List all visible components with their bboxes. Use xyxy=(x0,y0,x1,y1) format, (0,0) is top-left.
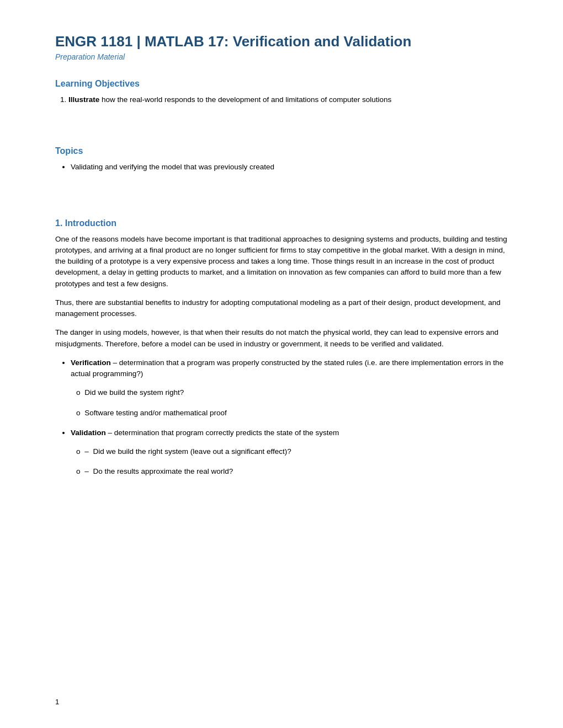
validation-rest: – determination that program correctly p… xyxy=(106,429,339,437)
topic-item-1: Validating and verifying the model that … xyxy=(71,162,508,173)
intro-para-1: One of the reasons models have become im… xyxy=(55,234,508,290)
intro-para-3: The danger in using models, however, is … xyxy=(55,327,508,350)
topics-heading: Topics xyxy=(55,146,508,156)
verification-rest: – determination that a program was prope… xyxy=(71,358,503,378)
objective-item-1: Illustrate how the real-world responds t… xyxy=(68,94,508,105)
validation-sub-1: – Did we build the right system (leave o… xyxy=(71,446,508,457)
objective-bold-1: Illustrate xyxy=(68,95,99,104)
subtitle: Preparation Material xyxy=(55,52,508,61)
topics-list: Validating and verifying the model that … xyxy=(71,162,508,173)
validation-list: Validation – determination that program … xyxy=(71,427,508,438)
page-title: ENGR 1181 | MATLAB 17: Verification and … xyxy=(55,33,508,50)
learning-objectives-heading: Learning Objectives xyxy=(55,79,508,89)
validation-sub-2: – Do the results approximate the real wo… xyxy=(71,466,508,477)
verification-sub-list: Did we build the system right? Software … xyxy=(71,387,508,419)
validation-bold: Validation xyxy=(71,429,106,437)
objectives-list: Illustrate how the real-world responds t… xyxy=(68,94,508,105)
verification-bullet: Verification – determination that a prog… xyxy=(71,357,508,380)
verification-bold: Verification xyxy=(71,358,111,367)
page: ENGR 1181 | MATLAB 17: Verification and … xyxy=(0,0,563,728)
page-number: 1 xyxy=(55,698,59,706)
verification-sub-1: Did we build the system right? xyxy=(71,387,508,398)
verification-sub-2: Software testing and/or mathematical pro… xyxy=(71,408,508,419)
introduction-heading: 1. Introduction xyxy=(55,218,508,228)
dash-icon-2: – xyxy=(84,467,89,475)
objective-rest-1: how the real-world responds to the devel… xyxy=(99,95,391,104)
validation-bullet: Validation – determination that program … xyxy=(71,427,508,438)
intro-para-2: Thus, there are substantial benefits to … xyxy=(55,297,508,320)
dash-icon-1: – xyxy=(84,447,89,456)
validation-sub-list: – Did we build the right system (leave o… xyxy=(71,446,508,478)
vv-list: Verification – determination that a prog… xyxy=(71,357,508,380)
